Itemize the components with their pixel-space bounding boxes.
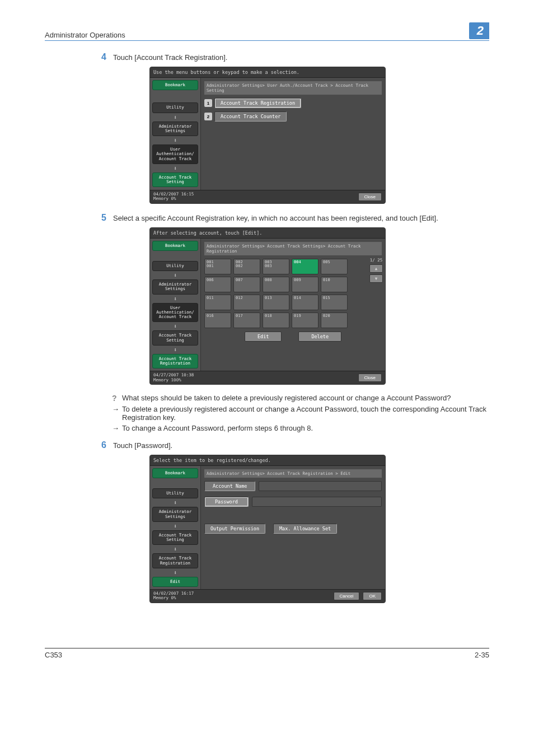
account-cell-008[interactable]: 008 <box>263 277 289 292</box>
account-cell-014[interactable]: 014 <box>292 295 318 310</box>
account-grid: 0010010020020030030040050060070080090100… <box>204 259 382 328</box>
bookmark-button[interactable]: Bookmark <box>152 468 198 478</box>
s2-breadcrumb: Administrator Settings> Account Track Se… <box>204 242 382 255</box>
account-cell-012[interactable]: 012 <box>233 295 260 310</box>
account-cell-003[interactable]: 003003 <box>263 259 289 274</box>
password-button[interactable]: Password <box>204 497 249 507</box>
chevron-down-icon: ⬇ <box>152 500 198 506</box>
step-6: 6 Touch [Password]. <box>90 440 489 450</box>
close-button[interactable]: Close <box>358 193 382 201</box>
note-question: What steps should be taken to delete a p… <box>122 394 451 403</box>
account-cell-004[interactable]: 004 <box>292 259 318 274</box>
screenshot-3: Select the item to be registered/changed… <box>149 455 385 603</box>
account-name-field <box>259 481 382 491</box>
close-button[interactable]: Close <box>358 374 382 382</box>
s1-footer-info: 04/02/2007 16:15 Memory 0% <box>153 192 194 202</box>
menu-number-1: 1 <box>204 99 212 107</box>
note-answer-2: To change a Account Password, perform st… <box>122 424 313 432</box>
chevron-down-icon: ⬇ <box>152 114 198 120</box>
screenshot-2: After selecting account, touch [Edit]. B… <box>149 227 385 385</box>
sidebar-edit[interactable]: Edit <box>152 577 198 587</box>
sidebar-account-track-registration[interactable]: Account Track Registration <box>152 553 198 568</box>
account-cell-019[interactable]: 019 <box>292 312 318 328</box>
chevron-down-icon: ⬇ <box>152 165 198 171</box>
account-cell-013[interactable]: 013 <box>263 295 289 310</box>
s3-topmsg: Select the item to be registered/changed… <box>150 455 385 466</box>
output-permission-button[interactable]: Output Permission <box>204 524 265 534</box>
sidebar-account-track-setting[interactable]: Account Track Setting <box>152 172 198 188</box>
sidebar-admin-settings[interactable]: Administrator Settings <box>152 507 198 522</box>
account-cell-018[interactable]: 018 <box>263 312 289 328</box>
bookmark-button[interactable]: Bookmark <box>152 80 198 90</box>
max-allowance-set-button[interactable]: Max. Allowance Set <box>273 524 337 534</box>
notes-block: ? What steps should be taken to delete a… <box>112 394 489 432</box>
menu-number-2: 2 <box>204 113 212 120</box>
sidebar-admin-settings[interactable]: Administrator Settings <box>152 279 198 295</box>
account-cell-017[interactable]: 017 <box>233 312 260 328</box>
sidebar-account-track-registration[interactable]: Account Track Registration <box>152 354 198 369</box>
delete-button[interactable]: Delete <box>298 332 341 342</box>
account-cell-005[interactable]: 005 <box>321 259 348 274</box>
sidebar-utility[interactable]: Utility <box>152 102 198 113</box>
footer-page-number: 2-35 <box>475 651 489 659</box>
chevron-down-icon: ⬇ <box>152 137 198 143</box>
s2-memory: Memory 100% <box>153 378 194 382</box>
screenshot-1: Use the menu buttons or keypad to make a… <box>149 67 385 204</box>
account-cell-016[interactable]: 016 <box>204 312 231 328</box>
password-field <box>252 497 382 507</box>
account-cell-002[interactable]: 002002 <box>233 259 260 274</box>
s1-topmsg: Use the menu buttons or keypad to make a… <box>150 67 385 78</box>
sidebar-admin-settings[interactable]: Administrator Settings <box>152 122 198 137</box>
chevron-down-icon: ⬇ <box>152 347 198 353</box>
s2-sidebar: Bookmark Utility ⬇ Administrator Setting… <box>150 239 201 371</box>
page-up-button[interactable]: ▲ <box>369 264 383 273</box>
sidebar-utility[interactable]: Utility <box>152 488 198 498</box>
edit-button[interactable]: Edit <box>245 332 282 342</box>
sidebar-account-track-setting[interactable]: Account Track Setting <box>152 330 198 346</box>
header-title: Administrator Operations <box>45 31 125 39</box>
s1-sidebar: Bookmark Utility ⬇ Administrator Setting… <box>150 78 201 190</box>
step-6-number: 6 <box>90 440 113 450</box>
ok-button[interactable]: OK <box>363 592 382 600</box>
step-5: 5 Select a specific Account Registration… <box>90 213 489 223</box>
s3-sidebar: Bookmark Utility ⬇ Administrator Setting… <box>150 466 201 589</box>
page-header: Administrator Operations 2 <box>45 22 489 41</box>
page-controls: 1/ 25 ▲ ▼ <box>369 258 383 283</box>
step-6-text: Touch [Password]. <box>113 440 172 450</box>
account-track-registration-button[interactable]: Account Track Registration <box>214 98 301 108</box>
s3-footer-info: 04/02/2007 16:17 Memory 0% <box>153 591 194 601</box>
step-4-number: 4 <box>90 52 113 62</box>
s1-breadcrumb: Administrator Settings> User Auth./Accou… <box>204 81 382 95</box>
account-track-counter-button[interactable]: Account Track Counter <box>214 111 287 122</box>
step-5-text: Select a specific Account Registration k… <box>113 213 438 223</box>
s2-footer-info: 04/27/2007 10:38 Memory 100% <box>153 373 194 382</box>
account-name-button[interactable]: Account Name <box>204 481 255 491</box>
bookmark-button[interactable]: Bookmark <box>152 241 198 251</box>
arrow-right-icon: → <box>112 405 122 422</box>
account-cell-015[interactable]: 015 <box>321 295 348 310</box>
chevron-down-icon: ⬇ <box>152 570 198 576</box>
cancel-button[interactable]: Cancel <box>334 592 360 600</box>
account-cell-010[interactable]: 010 <box>321 277 348 292</box>
account-cell-007[interactable]: 007 <box>233 277 260 292</box>
account-cell-011[interactable]: 011 <box>204 295 231 310</box>
sidebar-utility[interactable]: Utility <box>152 261 198 271</box>
sidebar-user-auth[interactable]: User Authentication/ Account Track <box>152 303 198 323</box>
question-icon: ? <box>112 394 122 403</box>
account-cell-009[interactable]: 009 <box>292 277 318 292</box>
chevron-down-icon: ⬇ <box>152 272 198 278</box>
sidebar-account-track-setting[interactable]: Account Track Setting <box>152 530 198 545</box>
chevron-down-icon: ⬇ <box>152 296 198 302</box>
s3-memory: Memory 0% <box>153 596 194 600</box>
page-indicator: 1/ 25 <box>369 258 383 263</box>
footer-model: C353 <box>45 651 62 659</box>
s3-breadcrumb: Administrator Settings> Account Track Re… <box>204 469 382 478</box>
account-cell-001[interactable]: 001001 <box>204 259 231 274</box>
s2-topmsg: After selecting account, touch [Edit]. <box>150 228 385 239</box>
account-cell-020[interactable]: 020 <box>321 312 348 328</box>
step-4-text: Touch [Account Track Registration]. <box>113 52 227 62</box>
sidebar-user-auth[interactable]: User Authentication/ Account Track <box>152 144 198 164</box>
page-footer: C353 2-35 <box>45 648 489 659</box>
page-down-button[interactable]: ▼ <box>369 274 383 283</box>
account-cell-006[interactable]: 006 <box>204 277 231 292</box>
